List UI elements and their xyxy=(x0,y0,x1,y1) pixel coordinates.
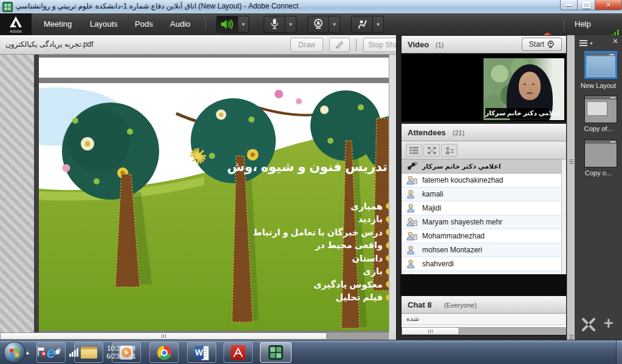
raise-hand-button[interactable] xyxy=(351,16,373,33)
attendee-icon xyxy=(406,259,417,269)
attendee-row[interactable]: Maryam shayesteh mehr xyxy=(402,215,561,229)
attendees-pod-header: Attendees (21) xyxy=(402,124,566,141)
adobe-reader-icon xyxy=(231,345,245,360)
attendee-row[interactable]: fatemeh kouchakinezhad xyxy=(402,174,561,187)
share-horizontal-scrollbar[interactable] xyxy=(0,332,396,340)
attendee-row[interactable]: Mohammadnezhad xyxy=(402,229,561,243)
attendee-list-view-button[interactable] xyxy=(406,144,422,157)
menu-layouts[interactable]: Layouts xyxy=(90,13,118,35)
attendees-count: (21) xyxy=(453,129,465,136)
minimize-button[interactable] xyxy=(560,0,578,10)
layout-label[interactable]: Copy of... xyxy=(575,125,622,132)
restore-button[interactable] xyxy=(578,0,595,10)
scrollbar-thumb[interactable] xyxy=(402,327,459,335)
layout-thumb-new-layout[interactable] xyxy=(584,51,617,79)
attendee-icon xyxy=(406,273,417,274)
layout-label[interactable]: Copy o... xyxy=(575,169,622,177)
chat-pod-header: Chat 8 (Everyone) xyxy=(402,296,566,314)
webcam-dropdown[interactable]: ▼ xyxy=(329,16,340,33)
stop-sharing-button[interactable]: Stop Sharing xyxy=(363,38,397,52)
taskbar-media-player[interactable] xyxy=(112,342,141,363)
chat-horizontal-scrollbar[interactable] xyxy=(402,327,566,335)
attendee-row[interactable]: shahverdi xyxy=(402,257,561,271)
chat-message-area[interactable]: شده xyxy=(402,314,566,325)
adobe-logo[interactable]: Adobe xyxy=(0,13,32,35)
layout-thumb-copy-o[interactable] xyxy=(584,140,617,167)
menu-meeting[interactable]: Meeting xyxy=(44,13,72,35)
slide-title: تدریس فنون و شیوه ،وش xyxy=(227,160,388,174)
share-vertical-scrollbar[interactable] xyxy=(389,55,396,332)
webcam-button[interactable] xyxy=(307,16,329,33)
show-desktop-button[interactable] xyxy=(616,340,622,364)
adobe-connect-app-icon xyxy=(2,2,13,12)
attendee-icon xyxy=(406,189,417,199)
taskbar-internet-explorer[interactable]: e xyxy=(36,342,66,363)
pencil-icon xyxy=(335,40,344,50)
attendee-row-host[interactable]: اعلامي دکتر خانم سرکار xyxy=(402,160,561,174)
status-dropdown[interactable]: ▼ xyxy=(373,16,384,33)
start-webcam-button[interactable]: Start xyxy=(522,38,562,51)
attendee-list: اعلامي دکتر خانم سرکار fatemeh kouchakin… xyxy=(402,160,561,274)
window-title: اتاق آنلاین دفاع شماره 1-دانشكده علوم تر… xyxy=(16,2,298,10)
video-pod-header: Video (1) Start xyxy=(402,36,566,53)
menu-help[interactable]: Help xyxy=(575,13,591,35)
layout-bar: ▼ ✕ New Layout Copy of... Copy o... + xyxy=(575,35,622,340)
speaker-icon xyxy=(220,19,234,30)
speaker-dropdown[interactable]: ▼ xyxy=(238,16,249,33)
media-player-icon xyxy=(119,345,134,360)
menu-separator xyxy=(205,18,206,30)
slide-bullet: واقعی محیط در xyxy=(132,239,388,252)
taskbar-adobe-reader[interactable] xyxy=(224,342,253,363)
divider-grip[interactable] xyxy=(569,335,573,339)
scrollbar-thumb[interactable] xyxy=(0,332,327,340)
add-pod-icon[interactable]: + xyxy=(604,315,613,332)
close-button[interactable]: ✕ xyxy=(595,0,622,10)
webcam-feed[interactable]: اعلامي دکتر خانم سرکار xyxy=(484,58,564,120)
attendee-mobile-icon xyxy=(406,217,417,227)
attendees-scrollbar[interactable] xyxy=(561,160,566,274)
pencil-tool-button[interactable] xyxy=(329,38,350,52)
taskbar-adobe-connect[interactable] xyxy=(260,342,292,363)
windows-flag-icon xyxy=(9,348,19,358)
layout-bar-menu-icon[interactable]: ▼ xyxy=(579,39,593,47)
previous-page-edge xyxy=(39,58,389,78)
internet-explorer-icon: e xyxy=(47,345,55,360)
taskbar-word[interactable]: W xyxy=(187,342,216,363)
video-pod-title: Video xyxy=(408,40,429,49)
pod-options-icon[interactable] xyxy=(581,317,596,335)
start-button[interactable] xyxy=(4,342,26,363)
speaker-button[interactable] xyxy=(216,16,238,33)
video-pod-body: اعلامي دکتر خانم سرکار xyxy=(402,53,566,121)
attendee-name: Majidi xyxy=(422,204,441,212)
page-shadow xyxy=(34,55,39,332)
word-icon: W xyxy=(194,345,209,360)
attendee-icon xyxy=(406,245,417,255)
panel-divider[interactable] xyxy=(567,35,575,340)
chrome-icon xyxy=(157,346,171,360)
show-hidden-icons[interactable]: ▲ xyxy=(25,349,30,356)
layout-bar-close-icon[interactable]: ✕ xyxy=(612,37,618,46)
chat-pod: Chat 8 (Everyone) شده xyxy=(401,295,567,335)
video-count: (1) xyxy=(436,41,443,49)
attendee-name: fatemeh kouchakinezhad xyxy=(422,176,503,184)
shared-filename: تجربه یریادگی یکیالکترون.pdf xyxy=(5,40,94,49)
list-view-icon xyxy=(409,147,419,154)
layout-label[interactable]: New Layout xyxy=(575,82,622,89)
status-view-icon xyxy=(445,147,454,154)
layout-thumb-copy-of[interactable] xyxy=(584,95,617,123)
draw-button[interactable]: Draw xyxy=(290,38,323,52)
attendee-row[interactable]: Majidi xyxy=(402,201,561,215)
divider-grip[interactable] xyxy=(569,160,573,164)
taskbar-file-explorer[interactable] xyxy=(74,342,103,363)
attendee-row[interactable]: mohsen Montazeri xyxy=(402,243,561,257)
breakout-view-button[interactable] xyxy=(423,144,440,157)
attendee-status-view-button[interactable] xyxy=(441,144,457,157)
menu-audio[interactable]: Audio xyxy=(170,13,190,35)
taskbar-chrome[interactable] xyxy=(149,342,179,363)
attendee-row[interactable]: kamali xyxy=(402,187,561,201)
microphone-button[interactable] xyxy=(264,16,285,33)
menu-pods[interactable]: Pods xyxy=(135,13,153,35)
webcam-icon xyxy=(547,41,555,49)
attendee-row-partial[interactable] xyxy=(402,271,561,274)
microphone-dropdown[interactable]: ▼ xyxy=(285,16,296,33)
